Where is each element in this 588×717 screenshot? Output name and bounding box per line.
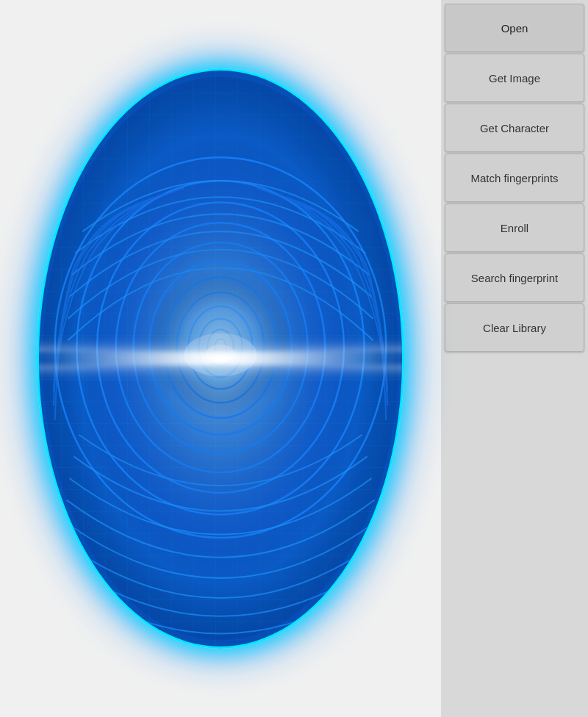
sidebar: Open Get Image Get Character Match finge… bbox=[441, 0, 588, 717]
enroll-button[interactable]: Enroll bbox=[445, 203, 584, 252]
search-fingerprint-button[interactable]: Search fingerprint bbox=[445, 253, 584, 302]
match-fingerprints-button[interactable]: Match fingerprints bbox=[445, 154, 584, 202]
dashed-border bbox=[37, 68, 404, 649]
fingerprint-display bbox=[15, 43, 426, 674]
main-panel bbox=[0, 0, 441, 717]
get-character-button[interactable]: Get Character bbox=[445, 104, 584, 152]
get-image-button[interactable]: Get Image bbox=[445, 54, 584, 102]
open-button[interactable]: Open bbox=[445, 4, 584, 52]
fingerprint-oval bbox=[37, 68, 404, 649]
clear-library-button[interactable]: Clear Library bbox=[445, 303, 584, 352]
